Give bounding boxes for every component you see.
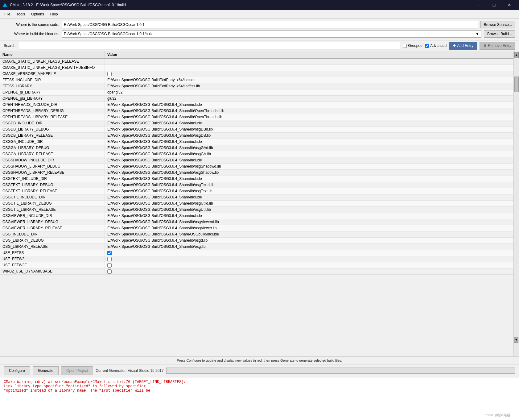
table-row[interactable]: FFTSS_INCLUDE_DIRE:/Work Space/OSG/OSG B… <box>0 77 513 83</box>
scroll-up-arrow[interactable]: ▲ <box>514 52 519 58</box>
source-input[interactable] <box>62 21 478 28</box>
table-row[interactable]: OSGGA_LIBRARY_DEBUGE:/Work Space/OSG/OSG… <box>0 145 513 151</box>
advanced-label[interactable]: Advanced <box>430 44 447 48</box>
table-row[interactable]: CMAKE_STATIC_LINKER_FLAGS_RELEASE <box>0 59 513 65</box>
remove-icon: ✖ <box>484 44 487 48</box>
table-row[interactable]: CMAKE_VERBOSE_MAKEFILE <box>0 71 513 77</box>
cell-name: OSGUTIL_LIBRARY_RELEASE <box>0 207 105 213</box>
grouped-label[interactable]: Grouped <box>408 44 422 48</box>
table-row[interactable]: OSG_INCLUDE_DIRE:/Work Space/OSG/OSG Bui… <box>0 231 513 238</box>
menu-help[interactable]: Help <box>47 11 61 18</box>
cell-name: OSGGA_LIBRARY_DEBUG <box>0 145 105 151</box>
table-row[interactable]: OSGDB_LIBRARY_DEBUGE:/Work Space/OSG/OSG… <box>0 127 513 133</box>
build-label: Where to build the binaries: <box>4 32 59 36</box>
output-area[interactable]: CMake Warning (dev) at src/oceanExample/… <box>0 377 519 420</box>
watermark: CSDN @晚冰绘楼 <box>484 413 510 418</box>
table-row[interactable]: USE_FFTW3 <box>0 256 513 262</box>
grouped-checkbox[interactable] <box>403 44 407 48</box>
table-row[interactable]: OSGVIEWER_LIBRARY_RELEASEE:/Work Space/O… <box>0 225 513 231</box>
cell-name: OPENGL_gl_LIBRARY <box>0 89 105 95</box>
table-row[interactable]: FFTSS_LIBRARYE:/Work Space/OSG/OSG Build… <box>0 83 513 89</box>
cell-value: E:/Work Space/OSG/OSG Build/OSG3.6.4_Sha… <box>105 170 513 176</box>
cell-name: OSG_LIBRARY_RELEASE <box>0 244 105 250</box>
table-row[interactable]: OPENTHREADS_LIBRARY_DEBUGE:/Work Space/O… <box>0 108 513 114</box>
row-checkbox[interactable] <box>107 72 112 76</box>
cell-name: OPENTHREADS_LIBRARY_DEBUG <box>0 108 105 114</box>
configure-button[interactable]: Configure <box>4 366 30 375</box>
cell-value[interactable] <box>105 262 513 268</box>
cell-value: E:/Work Space/OSG/OSG Build/OSG3.6.4_Sha… <box>105 120 513 126</box>
remove-entry-button[interactable]: ✖ Remove Entry <box>480 42 515 50</box>
scrollbar-right[interactable]: ▲ ▼ <box>513 51 519 356</box>
table-row[interactable]: OSGGA_INCLUDE_DIRE:/Work Space/OSG/OSG B… <box>0 139 513 145</box>
header-name: Name <box>0 51 105 58</box>
open-project-button[interactable]: Open Project <box>61 366 93 375</box>
cell-value[interactable] <box>105 268 513 274</box>
table-row[interactable]: CMAKE_STATIC_LINKER_FLAGS_RELWITHDEBINFO <box>0 65 513 71</box>
minimize-button[interactable]: ─ <box>472 0 486 10</box>
cell-name: OSGSHADOW_LIBRARY_DEBUG <box>0 164 105 169</box>
table-row[interactable]: OPENTHREADS_LIBRARY_RELEASEE:/Work Space… <box>0 114 513 120</box>
table-row[interactable]: OSGVIEWER_INCLUDE_DIRE:/Work Space/OSG/O… <box>0 213 513 219</box>
scroll-thumb[interactable] <box>514 77 519 92</box>
table-row[interactable]: OSGGA_LIBRARY_RELEASEE:/Work Space/OSG/O… <box>0 151 513 157</box>
table-row[interactable]: OSGDB_LIBRARY_RELEASEE:/Work Space/OSG/O… <box>0 133 513 139</box>
cell-value[interactable] <box>105 250 513 256</box>
table-row[interactable]: OSGUTIL_INCLUDE_DIRE:/Work Space/OSG/OSG… <box>0 194 513 201</box>
table-row[interactable]: OSGTEXT_LIBRARY_DEBUGE:/Work Space/OSG/O… <box>0 182 513 188</box>
table-row[interactable]: USE_FFTW3F <box>0 262 513 268</box>
row-checkbox[interactable] <box>107 263 112 268</box>
menu-file[interactable]: File <box>1 11 13 18</box>
search-input[interactable] <box>19 42 400 49</box>
table-row[interactable]: OSGVIEWER_LIBRARY_DEBUGE:/Work Space/OSG… <box>0 219 513 225</box>
table-row[interactable]: OSGSHADOW_INCLUDE_DIRE:/Work Space/OSG/O… <box>0 157 513 164</box>
table-row[interactable]: OSGDB_INCLUDE_DIRE:/Work Space/OSG/OSG B… <box>0 120 513 127</box>
cell-value: E:/Work Space/OSG/OSG Build/OSG3.6.4_Sha… <box>105 127 513 132</box>
menu-options[interactable]: Options <box>28 11 47 18</box>
table-row[interactable]: OSGTEXT_LIBRARY_RELEASEE:/Work Space/OSG… <box>0 188 513 194</box>
cell-value: E:/Work Space/OSG/OSG Build/OSG3.6.4_Sha… <box>105 114 513 120</box>
cell-value: E:/Work Space/OSG/OSG Build/OSG3.6.4_Sha… <box>105 164 513 169</box>
scroll-down-arrow[interactable]: ▼ <box>514 337 518 343</box>
browse-build-button[interactable]: Browse Build... <box>484 30 515 38</box>
add-entry-button[interactable]: ✚ Add Entry <box>449 42 477 50</box>
table-row[interactable]: OSGUTIL_LIBRARY_RELEASEE:/Work Space/OSG… <box>0 207 513 213</box>
table-row[interactable]: OSGTEXT_INCLUDE_DIRE:/Work Space/OSG/OSG… <box>0 176 513 182</box>
generator-text: Current Generator: Visual Studio 15 2017 <box>96 368 164 373</box>
row-checkbox[interactable] <box>107 269 112 274</box>
maximize-button[interactable]: □ <box>487 0 501 10</box>
scrollable-table[interactable]: Name Value CMAKE_STATIC_LINKER_FLAGS_REL… <box>0 51 513 356</box>
dropdown-arrow-icon: ▼ <box>476 32 479 36</box>
table-with-scroll: Name Value CMAKE_STATIC_LINKER_FLAGS_REL… <box>0 51 519 356</box>
row-checkbox[interactable] <box>107 257 112 261</box>
table-row[interactable]: OPENTHREADS_INCLUDE_DIRE:/Work Space/OSG… <box>0 102 513 108</box>
output-lines: CMake Warning (dev) at src/oceanExample/… <box>4 380 515 393</box>
svg-marker-0 <box>3 3 7 7</box>
row-checkbox[interactable] <box>107 251 112 255</box>
advanced-checkbox[interactable] <box>425 44 429 48</box>
table-row[interactable]: OSGSHADOW_LIBRARY_DEBUGE:/Work Space/OSG… <box>0 164 513 170</box>
path-toolbar: Where is the source code: Browse Source.… <box>0 19 519 40</box>
table-row[interactable]: OPENGL_gl_LIBRARYopengl32 <box>0 89 513 96</box>
cell-value: E:/Work Space/OSG/OSG Build/OSG3.6.4_Sha… <box>105 102 513 108</box>
menu-tools[interactable]: Tools <box>13 11 28 18</box>
build-dropdown[interactable]: E:/Work Space/OSG/OSG Build/OSGOcean1.0.… <box>62 30 481 38</box>
table-row[interactable]: WIN32_USE_DYNAMICBASE <box>0 268 513 275</box>
table-row[interactable]: OSG_LIBRARY_RELEASEE:/Work Space/OSG/OSG… <box>0 244 513 250</box>
cell-value[interactable] <box>105 256 513 262</box>
close-button[interactable]: ✕ <box>502 0 517 10</box>
table-row[interactable]: USE_FFTSS <box>0 250 513 256</box>
table-row[interactable]: OSGSHADOW_LIBRARY_RELEASEE:/Work Space/O… <box>0 170 513 176</box>
table-row[interactable]: OPENGL_glu_LIBRARYglu32 <box>0 96 513 102</box>
cell-value[interactable] <box>105 71 513 77</box>
cell-name: OPENGL_glu_LIBRARY <box>0 96 105 102</box>
table-row[interactable]: OSG_LIBRARY_DEBUGE:/Work Space/OSG/OSG B… <box>0 238 513 244</box>
table-row[interactable]: OSGUTIL_LIBRARY_DEBUGE:/Work Space/OSG/O… <box>0 201 513 207</box>
grouped-checkbox-group: Grouped <box>403 44 422 48</box>
generate-button[interactable]: Generate <box>33 366 59 375</box>
cell-name: CMAKE_STATIC_LINKER_FLAGS_RELEASE <box>0 59 105 64</box>
header-value: Value <box>105 51 513 58</box>
cmake-icon <box>2 2 7 7</box>
table-area: Name Value CMAKE_STATIC_LINKER_FLAGS_REL… <box>0 51 519 356</box>
browse-source-button[interactable]: Browse Source... <box>480 21 515 28</box>
